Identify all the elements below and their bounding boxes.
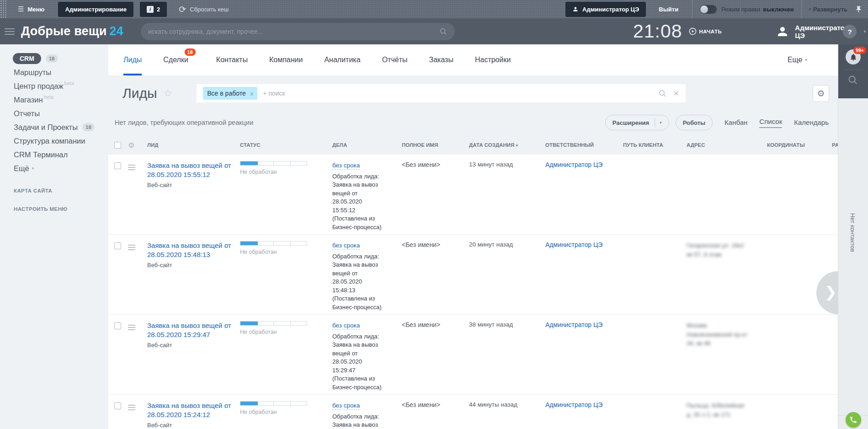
row-checkbox[interactable]	[114, 322, 121, 329]
col-clipped[interactable]: РА	[832, 142, 838, 148]
created-cell: 20 минут назад	[469, 241, 545, 248]
sidebar-item-tasks[interactable]: Задачи и Проекты 18	[0, 120, 108, 134]
col-address[interactable]: АДРЕС	[687, 142, 767, 148]
chip-close-icon[interactable]: x	[250, 90, 254, 97]
start-workday-button[interactable]: НАЧАТЬ	[689, 27, 722, 35]
divider	[692, 0, 692, 18]
work-clock[interactable]: 21:08	[633, 21, 682, 42]
brand-logo[interactable]: Добрые вещи24	[21, 24, 123, 38]
row-checkbox[interactable]	[114, 162, 121, 169]
pin-icon[interactable]	[855, 5, 863, 13]
deadline-link[interactable]: без срока	[332, 402, 360, 410]
search-icon[interactable]	[439, 27, 447, 36]
sidebar-item-shop[interactable]: Магазин beta	[0, 93, 108, 107]
global-search[interactable]	[141, 23, 455, 40]
administration-button[interactable]: Администрирование	[58, 2, 133, 17]
row-drag-handle[interactable]	[128, 243, 135, 252]
gear-icon[interactable]: ⚙	[128, 141, 147, 150]
col-created[interactable]: ДАТА СОЗДАНИЯ ▾	[469, 142, 545, 148]
sidebar-hamburger-icon[interactable]	[5, 27, 15, 37]
col-coordinates[interactable]: КООРДИНАТЫ	[767, 142, 832, 148]
responsible-link[interactable]: Администратор ЦЭ	[545, 401, 623, 408]
full-name-cell: <Без имени>	[402, 321, 469, 328]
deadline-link[interactable]: без срока	[332, 242, 360, 250]
sidebar-item-crm-terminal[interactable]: CRM Терминал	[0, 148, 108, 161]
row-checkbox[interactable]	[114, 402, 121, 409]
full-name-cell: <Без имени>	[402, 161, 469, 168]
responsible-link[interactable]: Администратор ЦЭ	[545, 241, 623, 248]
tab-contacts[interactable]: Контакты	[216, 44, 248, 75]
tab-deals[interactable]: Сделки 18	[163, 44, 188, 75]
tab-label: Аналитика	[324, 56, 360, 64]
extensions-button[interactable]: Расширения ▾	[605, 115, 669, 130]
notifications-button[interactable]: 99+	[846, 49, 861, 64]
select-all-checkbox[interactable]	[114, 142, 121, 149]
col-responsible[interactable]: ОТВЕТСТВЕННЫЙ	[545, 142, 623, 148]
status-progress-bar	[240, 241, 307, 246]
filter-clear-icon[interactable]: ✕	[673, 89, 679, 98]
sidebar-item-more[interactable]: Ещё ▾	[0, 161, 108, 175]
help-button[interactable]: ?	[843, 25, 857, 38]
start-label: НАЧАТЬ	[699, 29, 722, 34]
view-kanban[interactable]: Канбан	[724, 118, 747, 127]
tab-orders[interactable]: Заказы	[429, 44, 453, 75]
logout-button[interactable]: Выйти	[659, 6, 678, 13]
global-search-input[interactable]	[148, 28, 439, 35]
grid-settings-button[interactable]: ⚙	[813, 85, 829, 102]
edit-mode-toggle[interactable]	[700, 5, 717, 14]
robots-button[interactable]: Роботы	[676, 115, 713, 130]
reset-cache-button[interactable]: ⟳ Сбросить кеш	[167, 4, 229, 15]
col-lead[interactable]: ЛИД	[147, 142, 240, 148]
tab-leads[interactable]: Лиды	[123, 44, 142, 75]
lead-title-link[interactable]: Заявка на вывоз вещей от 28.05.2020 15:2…	[147, 321, 240, 340]
view-list[interactable]: Список	[759, 118, 782, 128]
tab-settings[interactable]: Настройки	[475, 44, 511, 75]
lead-title-link[interactable]: Заявка на вывоз вещей от 28.05.2020 15:5…	[147, 161, 240, 180]
activity-text: Обработка лида: Заявка на вывоз вещей от…	[332, 413, 383, 429]
tab-companies[interactable]: Компании	[269, 44, 303, 75]
deadline-link[interactable]: без срока	[332, 162, 360, 170]
expand-button[interactable]: ▾ Развернуть	[809, 6, 847, 13]
admin-menu-button[interactable]: ☰ Меню	[18, 5, 44, 13]
favorite-star-icon[interactable]: ☆	[164, 87, 173, 99]
deadline-link[interactable]: без срока	[332, 322, 360, 330]
row-drag-handle[interactable]	[128, 323, 135, 332]
no-contacts-collapsed-tab[interactable]: Нет контактов	[849, 213, 856, 252]
sidebar-item-reports[interactable]: Отчеты	[0, 107, 108, 120]
admin-menu-label: Меню	[27, 6, 44, 13]
notifications-count-button[interactable]: i 2	[140, 2, 167, 17]
filter-search-placeholder[interactable]: + поиск	[263, 90, 652, 97]
tab-reports[interactable]: Отчёты	[382, 44, 408, 75]
expand-label: Развернуть	[813, 6, 847, 13]
row-checkbox[interactable]	[114, 242, 121, 249]
responsible-link[interactable]: Администратор ЦЭ	[545, 321, 623, 328]
telephony-button[interactable]	[846, 412, 861, 428]
admin-user-button[interactable]: Администратор ЦЭ	[565, 2, 646, 17]
sidebar-item-routes[interactable]: Маршруты	[0, 65, 108, 79]
tab-analytics[interactable]: Аналитика	[324, 44, 360, 75]
sidebar-item-company-structure[interactable]: Структура компании	[0, 134, 108, 148]
view-controls: Расширения ▾ Роботы Канбан Список Календ…	[605, 115, 829, 130]
sidebar-item-sales-center[interactable]: Центр продаж beta	[0, 79, 108, 93]
col-client-path[interactable]: ПУТЬ КЛИЕНТА	[623, 142, 687, 148]
edit-mode-state: выключен	[763, 6, 793, 13]
row-drag-handle[interactable]	[128, 403, 135, 412]
filter-search-bar[interactable]: Все в работе x + поиск ✕	[197, 84, 686, 102]
tab-more[interactable]: Еще ▾	[788, 44, 809, 75]
rail-search-button[interactable]	[847, 75, 858, 87]
sidebar-item-crm[interactable]: CRM 18	[0, 52, 108, 65]
filter-chip[interactable]: Все в работе x	[203, 87, 257, 100]
col-full-name[interactable]: ПОЛНОЕ ИМЯ	[402, 142, 469, 148]
responsible-link[interactable]: Администратор ЦЭ	[545, 161, 623, 168]
col-status[interactable]: СТАТУС	[240, 142, 332, 148]
col-activities[interactable]: ДЕЛА	[332, 142, 402, 148]
row-drag-handle[interactable]	[128, 163, 135, 172]
filter-search-icon[interactable]	[658, 89, 667, 98]
configure-menu-link[interactable]: НАСТРОИТЬ МЕНЮ	[0, 206, 108, 212]
sitemap-link[interactable]: КАРТА САЙТА	[0, 188, 108, 193]
drag-grip-icon[interactable]	[0, 0, 7, 18]
lead-title-link[interactable]: Заявка на вывоз вещей от 28.05.2020 15:4…	[147, 241, 240, 260]
table-row: Заявка на вывоз вещей от 28.05.2020 15:2…	[108, 395, 838, 429]
view-calendar[interactable]: Календарь	[794, 118, 829, 127]
lead-title-link[interactable]: Заявка на вывоз вещей от 28.05.2020 15:2…	[147, 401, 240, 420]
